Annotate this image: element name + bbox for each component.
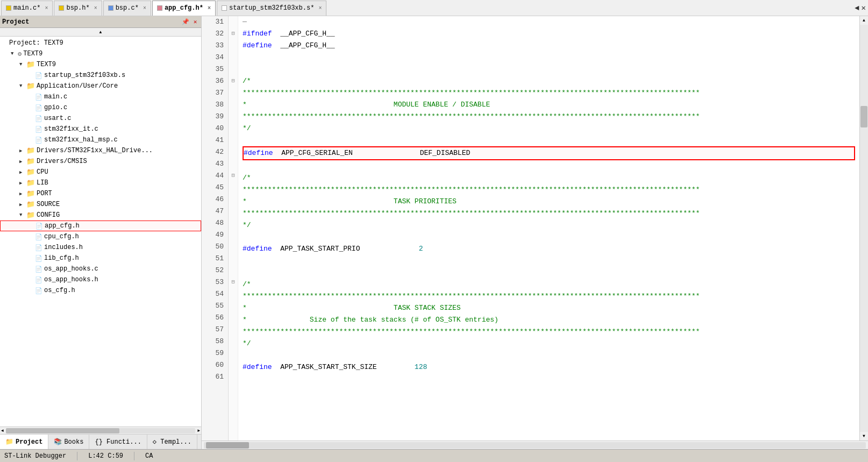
ln-49: 49 — [206, 229, 224, 241]
fold-31 — [229, 16, 238, 28]
tree-item-drivers-hal[interactable]: ▶ 📁 Drivers/STM32F1xx_HAL_Drive... — [0, 145, 201, 156]
ln-50: 50 — [206, 241, 224, 253]
tree-item-cpu[interactable]: ▶ 📁 CPU — [0, 167, 201, 177]
code-vscrollbar[interactable]: ▲ ▼ — [859, 16, 868, 440]
tab-icon-app-cfg-h — [157, 5, 162, 11]
expand-cmsis-icon: ▶ — [19, 159, 25, 165]
ln-39: 39 — [206, 111, 224, 123]
code-line-58: */ — [243, 338, 855, 350]
ln-41: 41 — [206, 134, 224, 146]
fold-33 — [229, 40, 238, 52]
file-icon-lib-cfg: 📄 — [35, 255, 42, 262]
folder-icon-config: 📁 — [26, 211, 35, 219]
vscroll-up-btn[interactable]: ▲ — [860, 16, 868, 25]
tree-item-app-user[interactable]: ▼ 📁 Application/User/Core — [0, 81, 201, 91]
vscroll-thumb[interactable] — [860, 106, 867, 127]
fold-35 — [229, 63, 238, 75]
project-tab-functions[interactable]: {} Functi... — [89, 435, 147, 449]
fold-column: ⊟ ⊟ ⊟ — [229, 16, 238, 440]
tree-item-cmsis[interactable]: ▶ 📁 Drivers/CMSIS — [0, 156, 201, 167]
fold-36[interactable]: ⊟ — [229, 75, 238, 87]
tree-label-stm-hal: stm32f1xx_hal_msp.c — [44, 136, 118, 144]
project-root-label: Project: TEXT9 — [0, 38, 201, 48]
tree-item-app-mdk[interactable]: ▼ 📁 TEXT9 — [0, 59, 201, 70]
kw-define-33: #define — [243, 40, 272, 52]
hscroll-track[interactable] — [204, 442, 866, 449]
tree-item-startup[interactable]: 📄 startup_stm32f103xb.s — [0, 70, 201, 81]
fold-57 — [229, 324, 238, 336]
vscroll-track[interactable] — [860, 25, 868, 432]
tree-item-app-cfg-h[interactable]: 📄 app_cfg.h — [0, 221, 201, 231]
tree-label-gpio: gpio.c — [44, 104, 67, 111]
project-header-icons: 📌 ✕ — [182, 18, 199, 26]
tree-item-cpu-cfg[interactable]: 📄 cpu_cfg.h — [0, 231, 201, 242]
code-editor[interactable]: 31 32 33 34 35 36 37 38 39 40 41 42 — [202, 16, 859, 440]
tree-item-text9[interactable]: ▼ ⚙ TEXT9 — [0, 48, 201, 59]
fold-32[interactable]: ⊟ — [229, 28, 238, 40]
tab-bsp-c[interactable]: bsp.c* × — [103, 1, 151, 16]
file-icon-includes: 📄 — [35, 244, 42, 251]
code-hscrollbar[interactable] — [202, 440, 868, 449]
tab-main-c[interactable]: main.c* × — [1, 1, 53, 16]
tab-close-app-cfg-h[interactable]: × — [208, 5, 211, 11]
comment-36: /* — [243, 75, 251, 87]
tree-item-usart[interactable]: 📄 usart.c — [0, 113, 201, 124]
ln-44: 44 — [206, 170, 224, 182]
pin-icon[interactable]: 📌 — [182, 18, 189, 26]
project-tabs: 📁 Project 📚 Books {} Functi... ◇ Templ..… — [0, 434, 201, 449]
code-line-56: * Size of the task stacks (# of OS_STK e… — [243, 314, 855, 326]
tree-hscroll[interactable]: ◄ ► — [0, 427, 201, 434]
ln-53: 53 — [206, 276, 224, 288]
ln-32: 32 — [206, 28, 224, 40]
tree-item-stm-it[interactable]: 📄 stm32f1xx_it.c — [0, 124, 201, 134]
expand-drv-hal-icon: ▶ — [19, 148, 25, 154]
tab-close-main-c[interactable]: × — [45, 5, 48, 11]
tab-close-bsp-h[interactable]: × — [94, 5, 97, 11]
file-icon-os-hooks-c: 📄 — [35, 266, 42, 273]
tree-item-source[interactable]: ▶ 📁 SOURCE — [0, 199, 201, 210]
fold-55 — [229, 300, 238, 312]
folder-icon-cpu: 📁 — [26, 168, 35, 176]
project-tab-project[interactable]: 📁 Project — [0, 435, 48, 449]
fold-44[interactable]: ⊟ — [229, 170, 238, 182]
hscroll-thumb[interactable] — [206, 442, 249, 449]
vscroll-down-btn[interactable]: ▼ — [860, 432, 868, 440]
tree-item-os-hooks-h[interactable]: 📄 os_app_hooks.h — [0, 274, 201, 285]
tree-item-config[interactable]: ▼ 📁 CONFIG — [0, 210, 201, 221]
project-tab-templates[interactable]: ◇ Templ... — [147, 435, 197, 449]
tab-app-cfg-h[interactable]: app_cfg.h* × — [152, 1, 216, 16]
fold-50 — [229, 241, 238, 253]
tree-label-cpu: CPU — [37, 168, 48, 176]
hscroll-right-icon[interactable]: ► — [196, 428, 201, 433]
code-line-52 — [243, 267, 855, 279]
tree-item-lib[interactable]: ▶ 📁 LIB — [0, 177, 201, 188]
tree-label-app-cfg: app_cfg.h — [45, 222, 80, 230]
tab-label-app-cfg-h: app_cfg.h* — [165, 4, 203, 12]
fold-53[interactable]: ⊟ — [229, 276, 238, 288]
project-panel: Project 📌 ✕ ▲ Project: TEXT9 ▼ — [0, 16, 202, 449]
comment-39: ****************************************… — [243, 111, 700, 123]
tab-scroll-left[interactable]: ◄ — [855, 4, 859, 12]
ln-36: 36 — [206, 75, 224, 87]
tree-item-gpio[interactable]: 📄 gpio.c — [0, 102, 201, 113]
tab-bsp-h[interactable]: bsp.h* × — [54, 1, 102, 16]
tree-item-os-hooks-c[interactable]: 📄 os_app_hooks.c — [0, 264, 201, 274]
code-line-59 — [243, 350, 855, 361]
code-line-32: #ifndef __APP_CFG_H__ — [243, 28, 855, 40]
ln-37: 37 — [206, 87, 224, 99]
tab-close-startup[interactable]: × — [318, 5, 322, 11]
tree-item-includes[interactable]: 📄 includes.h — [0, 242, 201, 253]
tree-item-main-c[interactable]: 📄 main.c — [0, 91, 201, 102]
tree-scroll-up[interactable]: ▲ — [0, 28, 201, 37]
number-50: 2 — [419, 243, 423, 255]
tab-scroll-right[interactable]: ✕ — [862, 3, 866, 12]
tab-startup[interactable]: startup_stm32f103xb.s* × — [217, 1, 326, 16]
tree-item-port[interactable]: ▶ 📁 PORT — [0, 188, 201, 199]
tree-item-os-cfg[interactable]: 📄 os_cfg.h — [0, 285, 201, 296]
project-tab-books[interactable]: 📚 Books — [48, 435, 89, 449]
tree-item-stm-hal[interactable]: 📄 stm32f1xx_hal_msp.c — [0, 134, 201, 145]
hscroll-left-icon[interactable]: ◄ — [0, 428, 5, 433]
tab-close-bsp-c[interactable]: × — [143, 5, 146, 11]
tree-item-lib-cfg[interactable]: 📄 lib_cfg.h — [0, 253, 201, 264]
close-panel-icon[interactable]: ✕ — [191, 18, 199, 26]
